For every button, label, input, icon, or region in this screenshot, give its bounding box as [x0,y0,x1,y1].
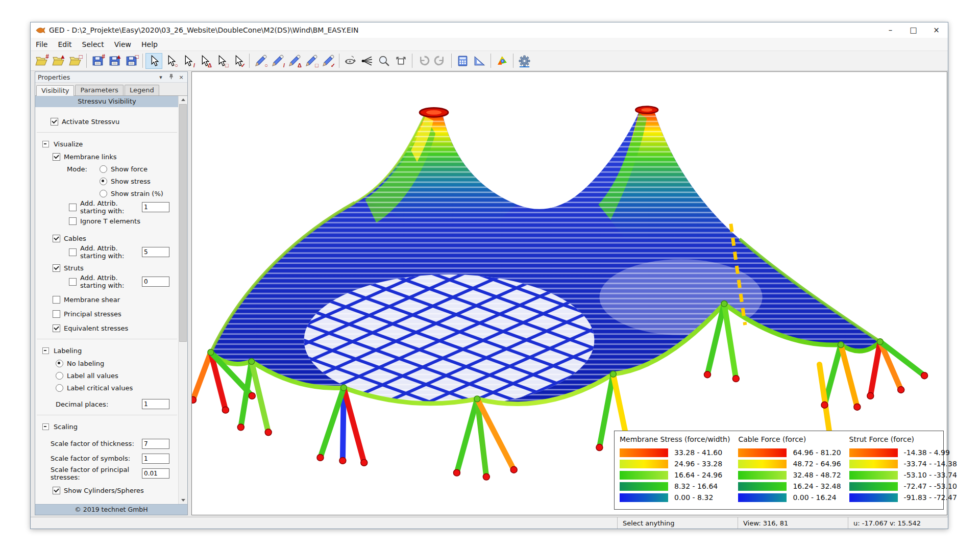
menu-edit[interactable]: Edit [53,39,77,50]
decimal-places-input[interactable] [142,399,169,409]
equivalent-stresses-label: Equivalent stresses [64,324,128,332]
measure-button[interactable] [471,53,488,69]
show-strain-radio[interactable] [100,190,107,197]
panel-splitter[interactable] [188,71,191,515]
legend-range-label: -14.38 - 4.99 [904,448,950,457]
scaling-group-label: Scaling [54,423,78,431]
legend-range-label: -33.74 - -14.38 [904,460,957,468]
orbit-tool[interactable] [342,53,359,69]
principal-stresses-label: Principal stresses [64,310,121,318]
scale-principal-label: Scale factor of principal stresses: [51,466,142,481]
legend-row: 0.00 - 16.24 [738,493,841,502]
draw-confirm-tool[interactable]: ✓ [320,53,336,69]
select-points-tool[interactable]: ○ [162,53,179,69]
label-critical-values-radio[interactable] [56,384,63,392]
tab-legend[interactable]: Legend [125,85,159,95]
undo-button[interactable] [415,53,432,69]
select-confirm-tool[interactable]: ✓ [230,53,247,69]
legend-color-swatch [849,460,898,468]
equivalent-stresses-checkbox[interactable] [53,324,60,332]
legend-column-title: Cable Force (force) [738,435,841,443]
legend-color-swatch [620,493,668,502]
pin-icon[interactable] [167,73,175,81]
save-model-hash-button[interactable]: # [89,53,106,69]
status-uv-coordinates: u: -17.067 v: 15.542 [848,517,948,529]
collapse-labeling-icon[interactable] [42,347,49,354]
select-quads-tool[interactable]: □ [213,53,230,69]
show-stress-radio[interactable] [100,178,107,185]
zoom-tool[interactable] [376,53,393,69]
stress-legend: Membrane Stress (force/width)33.28 - 41.… [614,431,944,510]
add-attrib-struts-input[interactable] [142,277,169,287]
scroll-thumb[interactable] [179,104,187,342]
add-attrib-membrane-checkbox[interactable] [69,204,77,211]
cables-checkbox[interactable] [53,235,60,242]
menu-view[interactable]: View [109,39,136,50]
legend-range-label: 48.72 - 64.96 [793,460,841,468]
save-model-triangle-button[interactable]: ▲ [106,53,123,69]
collapse-scaling-icon[interactable] [42,423,49,430]
title-bar[interactable]: GED - D:\2_Projekte\Easy\2020\03_26_Webs… [31,22,948,38]
panel-scrollbar[interactable] [178,96,187,504]
scale-symbols-input[interactable] [142,454,169,464]
scroll-down-icon[interactable] [179,496,187,504]
tab-visibility[interactable]: Visibility [36,85,74,96]
close-button[interactable]: × [925,22,948,38]
no-labeling-label: No labeling [67,360,104,367]
settings-button[interactable] [516,53,533,69]
scale-thickness-input[interactable] [142,439,169,449]
open-model-hash-button[interactable]: # [33,53,50,69]
ignore-t-elements-checkbox[interactable] [69,217,77,225]
membrane-links-checkbox[interactable] [53,153,60,161]
add-attrib-cables-input[interactable] [142,247,169,257]
maximize-button[interactable]: □ [902,22,925,38]
select-tool[interactable] [145,53,162,69]
draw-triangles-tool[interactable]: Δ [286,53,303,69]
add-attrib-cables-checkbox[interactable] [69,248,77,256]
add-attrib-membrane-input[interactable] [142,202,169,212]
draw-triangles-tool-overlay-glyph: Δ [298,63,302,68]
collapse-visualize-icon[interactable] [42,141,49,147]
draw-points-tool[interactable]: ○ [252,53,269,69]
scale-principal-input[interactable] [142,468,169,479]
draw-links-tool[interactable]: / [269,53,286,69]
activate-stressvu-checkbox[interactable] [51,118,58,126]
select-links-tool[interactable]: / [179,53,196,69]
toolbar: #▲□#▲□○/Δ□✓○/Δ□✓ [31,51,948,71]
divider [37,132,177,133]
viewport[interactable]: Membrane Stress (force/width)33.28 - 41.… [191,71,947,515]
legend-column: Membrane Stress (force/width)33.28 - 41.… [620,434,730,504]
open-model-square-button[interactable]: □ [67,53,84,69]
zoom-dynamic-tool[interactable] [359,53,376,69]
tab-parameters[interactable]: Parameters [75,85,123,95]
label-all-values-radio[interactable] [56,372,63,380]
legend-range-label: 24.96 - 33.28 [674,460,722,468]
draw-quads-tool[interactable]: □ [303,53,320,69]
select-quads-tool-overlay-glyph: □ [225,63,229,68]
save-model-square-button[interactable]: □ [123,53,140,69]
minimize-button[interactable]: – [879,22,902,38]
panel-close-icon[interactable]: × [178,74,185,81]
stressvu-button[interactable] [494,53,510,69]
legend-color-swatch [620,471,668,480]
show-cylinders-checkbox[interactable] [53,487,60,494]
add-attrib-struts-checkbox[interactable] [69,278,77,286]
select-triangles-tool[interactable]: Δ [196,53,213,69]
struts-checkbox[interactable] [53,264,60,272]
toolbar-separator [142,54,143,68]
menu-help[interactable]: Help [136,39,163,50]
no-labeling-radio[interactable] [56,360,63,367]
redo-button[interactable] [432,53,449,69]
panel-title-bar[interactable]: Properties ▾ × [35,72,187,83]
menu-select[interactable]: Select [77,39,109,50]
scroll-up-icon[interactable] [179,96,187,104]
menu-file[interactable]: File [31,39,53,50]
zoom-extents-tool[interactable] [393,53,409,69]
calculator-button[interactable] [454,53,471,69]
legend-column: Cable Force (force)64.96 - 81.2048.72 - … [738,434,841,504]
membrane-shear-checkbox[interactable] [53,296,60,304]
open-model-triangle-button[interactable]: ▲ [50,53,67,69]
principal-stresses-checkbox[interactable] [53,310,60,318]
show-force-radio[interactable] [100,165,107,173]
panel-menu-icon[interactable]: ▾ [157,74,164,81]
